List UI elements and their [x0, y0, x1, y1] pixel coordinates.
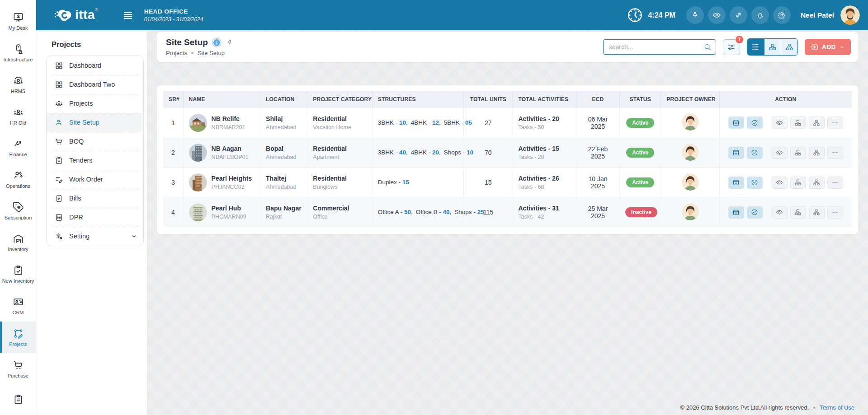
rail-item-new-inventory[interactable]: New Inventory — [0, 258, 36, 290]
project-thumbnail — [189, 114, 207, 132]
boxes-action-button[interactable] — [790, 206, 806, 219]
rail-item-purchase[interactable]: Purchase — [0, 353, 36, 385]
terms-of-use-link[interactable]: Terms of Use — [820, 404, 854, 411]
table-row[interactable]: 1 NB Relife NBRMAR201 ShilajAhmedabad Re… — [163, 108, 852, 138]
column-header-total-units[interactable]: TOTAL UNITS — [464, 91, 513, 108]
rail-item-infrastructure[interactable]: Infrastructure — [0, 37, 36, 69]
nav-item-setting[interactable]: Setting — [47, 227, 143, 246]
breadcrumb-projects[interactable]: Projects — [166, 50, 187, 56]
rail-item-label: Subscription — [4, 215, 33, 221]
hamburger-menu-icon[interactable] — [123, 10, 133, 21]
project-name[interactable]: Pearl Heights — [212, 175, 252, 182]
boxes-action-button[interactable] — [790, 117, 806, 129]
calendar-plus-action-button[interactable] — [728, 206, 744, 219]
eye-button[interactable] — [708, 6, 726, 24]
view-tree-button[interactable] — [781, 39, 797, 55]
rail-item-clipboard[interactable] — [0, 385, 36, 415]
expand-button[interactable] — [730, 6, 747, 24]
column-header-status[interactable]: STATUS — [620, 91, 661, 108]
column-header-project-owner[interactable]: PROJECT OWNER — [661, 91, 719, 108]
nav-item-dashboard[interactable]: Dashboard — [47, 56, 143, 75]
rail-item-crm[interactable]: CRM — [0, 290, 36, 322]
eye-action-button[interactable] — [772, 206, 788, 219]
nav-item-tenders[interactable]: Tenders — [47, 151, 143, 170]
tree-action-button[interactable] — [809, 117, 825, 129]
eye-action-button[interactable] — [772, 177, 788, 189]
nav-item-bills[interactable]: Bills — [47, 189, 143, 208]
more-action-button[interactable] — [827, 206, 843, 219]
owner-avatar[interactable] — [682, 113, 699, 131]
more-action-button[interactable] — [827, 177, 843, 189]
calendar-plus-action-button[interactable] — [728, 117, 744, 129]
owner-avatar[interactable] — [682, 173, 699, 191]
check-circle-action-button[interactable] — [747, 206, 763, 219]
project-code: PHJANCC02 — [212, 184, 252, 190]
column-header-name[interactable]: NAME — [183, 91, 260, 108]
rail-item-my-desk[interactable]: My Desk — [0, 5, 36, 37]
nav-item-dpr[interactable]: DPR — [47, 208, 143, 227]
column-header-sr[interactable]: SR# — [163, 91, 183, 108]
calendar-plus-action-button[interactable] — [728, 147, 744, 159]
nav-item-site-setup[interactable]: Site Setup — [47, 113, 143, 132]
status-badge: Inactive — [625, 207, 657, 217]
rail-item-finance[interactable]: Finance — [0, 132, 36, 163]
cell-name: Pearl Hub PHCMARN09 — [183, 197, 260, 227]
rail-item-hrms[interactable]: HRMS — [0, 69, 36, 100]
table-row[interactable]: 2 NB Aagan NBAFEBOP01 BopalAhmedabad Res… — [163, 138, 852, 168]
rail-item-inventory[interactable]: Inventory — [0, 227, 36, 258]
cell-status: Active — [620, 168, 661, 197]
eye-action-button[interactable] — [772, 117, 788, 129]
owner-avatar[interactable] — [682, 203, 699, 220]
nav-item-label: BOQ — [69, 138, 84, 145]
add-button[interactable]: ADD — [805, 39, 851, 55]
user-avatar[interactable] — [840, 5, 860, 25]
cell-status: Active — [620, 138, 661, 168]
citta-logo[interactable]: itta ® — [54, 7, 98, 23]
tree-action-button[interactable] — [809, 147, 825, 159]
owner-avatar[interactable] — [682, 144, 699, 161]
view-boxes-button[interactable] — [764, 39, 781, 55]
search-input[interactable] — [603, 39, 716, 55]
check-circle-action-button[interactable] — [747, 117, 763, 129]
table-row[interactable]: 4 Pearl Hub PHCMARN09 Bapu NagarRajkot C… — [163, 197, 852, 227]
nav-item-projects[interactable]: Projects — [47, 94, 143, 113]
pin-page-icon[interactable] — [225, 38, 234, 47]
check-circle-action-button[interactable] — [747, 177, 763, 189]
rail-item-subscription[interactable]: Subscription — [0, 195, 36, 227]
breadcrumb: Projects Site Setup — [166, 50, 233, 56]
boxes-action-button[interactable] — [790, 147, 806, 159]
rail-item-projects[interactable]: Projects — [0, 322, 36, 353]
search-icon[interactable] — [703, 43, 712, 51]
project-name[interactable]: Pearl Hub — [212, 205, 246, 212]
office-selector[interactable]: HEAD OFFICE 01/04/2023 - 31/03/2024 — [144, 8, 203, 23]
column-header-total-activities[interactable]: TOTAL ACTIVITIES — [513, 91, 576, 108]
project-name[interactable]: NB Aagan — [212, 145, 249, 152]
pin-button[interactable] — [686, 6, 704, 24]
nav-item-work-order[interactable]: Work Order — [47, 170, 143, 189]
boxes-action-button[interactable] — [790, 177, 806, 189]
tree-action-button[interactable] — [809, 177, 825, 189]
eye-action-button[interactable] — [772, 147, 788, 159]
nav-item-dashboard-two[interactable]: Dashboard Two — [47, 75, 143, 94]
column-header-structures[interactable]: STRUCTURES — [372, 91, 464, 108]
view-list-button[interactable] — [747, 39, 764, 55]
project-thumbnail — [189, 144, 207, 162]
boxes-icon — [794, 209, 802, 216]
column-header-project-category[interactable]: PROJECT CATEGORY — [307, 91, 372, 108]
info-icon[interactable] — [212, 38, 222, 47]
gear-button[interactable] — [773, 6, 791, 24]
tree-action-button[interactable] — [809, 206, 825, 219]
column-header-location[interactable]: LOCATION — [260, 91, 307, 108]
more-action-button[interactable] — [827, 117, 843, 129]
rail-item-hr-old[interactable]: HR Old — [0, 100, 36, 132]
check-circle-action-button[interactable] — [747, 147, 763, 159]
more-action-button[interactable] — [827, 147, 843, 159]
rail-item-operations[interactable]: Operations — [0, 163, 36, 195]
calendar-plus-action-button[interactable] — [728, 177, 744, 189]
project-name[interactable]: NB Relife — [212, 115, 245, 122]
table-row[interactable]: 3 Pearl Heights PHJANCC02 ThaltejAhmedab… — [163, 168, 852, 197]
column-header-ecd[interactable]: ECD — [576, 91, 619, 108]
column-header-action[interactable]: ACTION — [719, 91, 852, 108]
bell-button[interactable] — [751, 6, 769, 24]
nav-item-boq[interactable]: BOQ — [47, 132, 143, 151]
